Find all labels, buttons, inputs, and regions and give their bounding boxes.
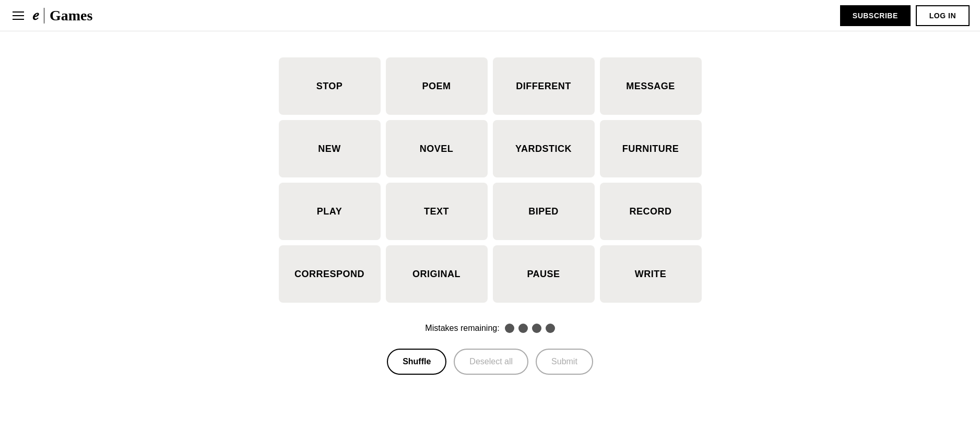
word-tile[interactable]: RECORD [600,183,702,240]
word-grid: STOPPOEMDIFFERENTMESSAGENEWNOVELYARDSTIC… [279,57,702,303]
word-tile[interactable]: PAUSE [493,245,595,303]
header-right: SUBSCRIBE LOG IN [840,5,970,26]
word-tile[interactable]: POEM [386,57,488,115]
submit-button[interactable]: Submit [536,349,593,375]
word-tile[interactable]: WRITE [600,245,702,303]
mistake-dot-3 [532,324,541,333]
header-left: 𝑒 Games [10,7,92,24]
word-tile[interactable]: CORRESPOND [279,245,381,303]
word-tile[interactable]: YARDSTICK [493,120,595,177]
mistake-dot-2 [518,324,528,333]
menu-icon[interactable] [10,9,26,22]
mistakes-label: Mistakes remaining: [425,324,499,333]
logo-divider [44,8,44,23]
games-title: Games [50,7,92,24]
word-tile[interactable]: BIPED [493,183,595,240]
word-tile[interactable]: MESSAGE [600,57,702,115]
word-tile[interactable]: PLAY [279,183,381,240]
mistakes-dots [505,324,555,333]
shuffle-button[interactable]: Shuffle [387,349,446,375]
word-tile[interactable]: ORIGINAL [386,245,488,303]
deselect-button[interactable]: Deselect all [454,349,528,375]
word-tile[interactable]: STOP [279,57,381,115]
subscribe-button[interactable]: SUBSCRIBE [840,5,911,26]
mistakes-area: Mistakes remaining: [425,324,554,333]
word-tile[interactable]: NEW [279,120,381,177]
mistake-dot-4 [546,324,555,333]
main-content: STOPPOEMDIFFERENTMESSAGENEWNOVELYARDSTIC… [0,31,980,375]
word-tile[interactable]: NOVEL [386,120,488,177]
word-tile[interactable]: DIFFERENT [493,57,595,115]
nyt-logo: 𝑒 [32,7,39,24]
word-tile[interactable]: TEXT [386,183,488,240]
mistake-dot-1 [505,324,514,333]
login-button[interactable]: LOG IN [916,5,970,26]
logo-area: 𝑒 Games [32,7,92,24]
action-buttons: Shuffle Deselect all Submit [387,349,593,375]
header: 𝑒 Games SUBSCRIBE LOG IN [0,0,980,31]
word-tile[interactable]: FURNITURE [600,120,702,177]
